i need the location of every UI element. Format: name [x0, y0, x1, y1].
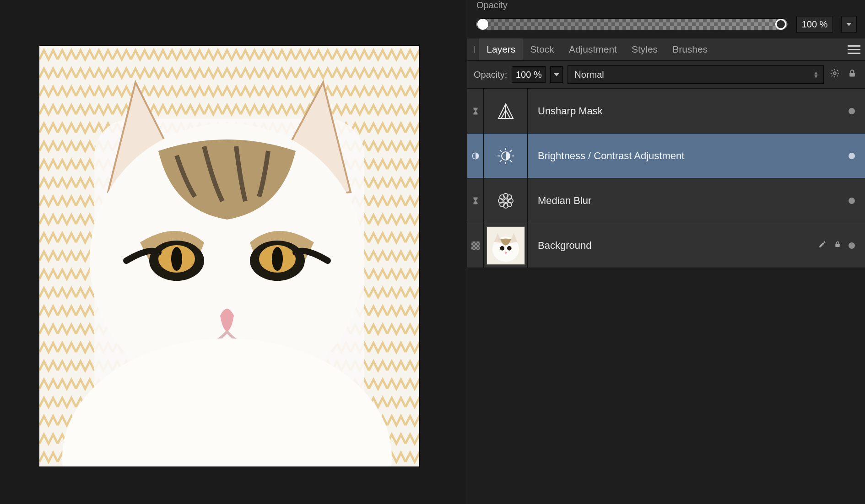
opacity-value-input[interactable]: 100 %	[796, 16, 833, 32]
canvas-area[interactable]	[0, 0, 467, 504]
layer-name[interactable]: Background	[528, 223, 818, 268]
pencil-icon[interactable]	[818, 240, 827, 251]
visibility-dot-icon[interactable]	[849, 198, 855, 204]
svg-point-35	[507, 246, 511, 250]
flower-icon	[497, 192, 515, 210]
svg-point-34	[500, 246, 504, 250]
panel-menu-button[interactable]	[848, 43, 860, 56]
layer-thumbnail[interactable]	[484, 223, 528, 268]
half-circle-icon	[471, 152, 480, 160]
layer-opacity-label: Opacity:	[474, 70, 507, 80]
opacity-slider[interactable]	[476, 18, 788, 30]
tab-adjustment[interactable]: Adjustment	[562, 38, 624, 60]
opacity-dropdown-button[interactable]	[841, 16, 857, 32]
layer-thumbnail[interactable]	[484, 134, 528, 178]
svg-line-20	[510, 160, 512, 162]
lock-icon[interactable]	[834, 241, 841, 250]
visibility-dot-icon[interactable]	[849, 242, 855, 249]
slider-max-knob-icon[interactable]	[775, 19, 786, 30]
transparency-checker-icon	[471, 241, 480, 250]
layer-type-indicator[interactable]	[467, 178, 484, 223]
triangle-icon	[497, 102, 515, 120]
svg-line-19	[500, 150, 502, 152]
visibility-dot-icon[interactable]	[849, 153, 855, 159]
hourglass-icon	[471, 107, 480, 115]
layer-opacity-input[interactable]: 100 %	[512, 66, 546, 83]
tab-brushes[interactable]: Brushes	[665, 38, 715, 60]
layer-thumbnail[interactable]	[484, 178, 528, 223]
svg-rect-12	[849, 73, 855, 76]
blend-mode-value: Normal	[574, 70, 604, 80]
opacity-section: Opacity 100 %	[467, 0, 865, 38]
layer-row-median-blur[interactable]: Median Blur	[467, 178, 865, 223]
tab-stock[interactable]: Stock	[523, 38, 562, 60]
svg-point-6	[171, 247, 182, 271]
layer-name[interactable]: Brightness / Contrast Adjustment	[528, 134, 849, 178]
layer-type-indicator[interactable]	[467, 134, 484, 178]
hamburger-line-icon	[848, 45, 860, 47]
tab-styles[interactable]: Styles	[624, 38, 665, 60]
svg-rect-37	[835, 244, 839, 247]
hourglass-icon	[471, 197, 480, 205]
layer-type-indicator[interactable]	[467, 89, 484, 133]
layer-type-indicator[interactable]	[467, 223, 484, 268]
gear-icon[interactable]	[828, 68, 841, 81]
hamburger-line-icon	[848, 53, 860, 54]
canvas-image[interactable]	[39, 46, 419, 466]
opacity-section-title: Opacity	[476, 0, 857, 16]
side-panel: Opacity 100 % || Layers Stock Adjustment…	[467, 0, 865, 504]
layers-list: Unsharp Mask	[467, 89, 865, 268]
layer-row-brightness-contrast[interactable]: Brightness / Contrast Adjustment	[467, 134, 865, 178]
svg-point-23	[504, 199, 508, 203]
slider-min-knob-icon[interactable]	[477, 19, 488, 30]
layer-opacity-dropdown[interactable]	[550, 66, 563, 83]
svg-line-22	[500, 160, 502, 162]
layer-row-unsharp-mask[interactable]: Unsharp Mask	[467, 89, 865, 134]
panel-tabs: || Layers Stock Adjustment Styles Brushe…	[467, 38, 865, 61]
visibility-dot-icon[interactable]	[849, 108, 855, 114]
cat-placeholder-icon	[39, 46, 419, 466]
svg-point-9	[272, 247, 283, 271]
lock-icon[interactable]	[846, 69, 859, 80]
hamburger-line-icon	[848, 49, 860, 50]
stepper-updown-icon: ▲▼	[813, 71, 819, 78]
layer-row-background[interactable]: Background	[467, 223, 865, 268]
svg-point-36	[504, 252, 507, 254]
image-thumb-icon	[487, 226, 525, 265]
svg-point-11	[833, 72, 836, 75]
layer-options-row: Opacity: 100 % Normal ▲▼	[467, 61, 865, 89]
tab-layers[interactable]: Layers	[479, 38, 523, 60]
layer-thumbnail[interactable]	[484, 89, 528, 133]
blend-mode-select[interactable]: Normal ▲▼	[568, 65, 824, 84]
layer-name[interactable]: Unsharp Mask	[528, 89, 849, 133]
chevron-down-icon	[554, 73, 559, 76]
svg-line-21	[510, 150, 512, 152]
chevron-down-icon	[846, 23, 852, 26]
brightness-icon	[497, 147, 515, 165]
layer-name[interactable]: Median Blur	[528, 178, 849, 223]
